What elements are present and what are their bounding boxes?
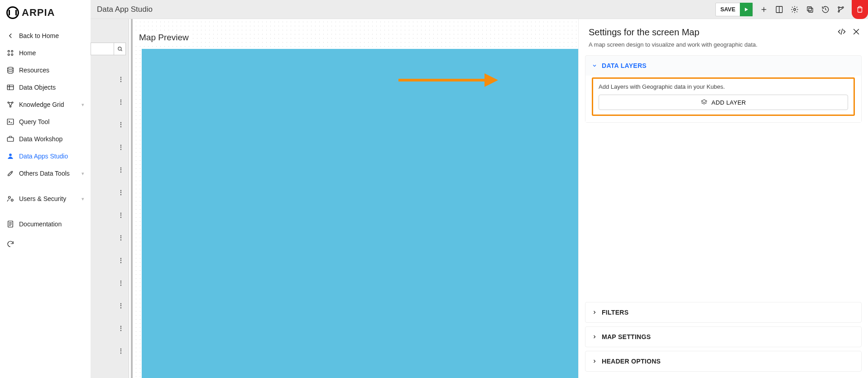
sidebar-item-data-objects[interactable]: Data Objects xyxy=(0,79,91,96)
svg-point-30 xyxy=(838,11,839,12)
sidebar-item-label: Users & Security xyxy=(19,195,66,202)
search-input[interactable] xyxy=(91,46,114,52)
section-title: FILTERS xyxy=(602,309,628,316)
delete-button[interactable] xyxy=(852,0,868,19)
svg-point-16 xyxy=(11,199,14,201)
branch-button[interactable] xyxy=(834,2,848,17)
row-menu-button[interactable]: ⋮ xyxy=(115,73,127,85)
section-header-filters[interactable]: FILTERS xyxy=(585,302,861,322)
row-menu-button[interactable]: ⋮ xyxy=(115,209,127,221)
section-map-settings: MAP SETTINGS xyxy=(585,326,862,347)
back-label: Back to Home xyxy=(19,32,59,39)
chevron-right-icon xyxy=(592,359,597,364)
row-menu-button[interactable]: ⋮ xyxy=(115,232,127,244)
add-layer-button[interactable]: ADD LAYER xyxy=(599,95,848,110)
svg-point-0 xyxy=(8,50,10,52)
row-menu-button[interactable]: ⋮ xyxy=(115,254,127,266)
row-menu-button[interactable]: ⋮ xyxy=(115,322,127,334)
code-view-button[interactable] xyxy=(836,26,847,37)
sidebar-item-label: Query Tool xyxy=(19,118,49,125)
row-menu-button[interactable]: ⋮ xyxy=(115,300,127,311)
svg-point-29 xyxy=(838,7,839,8)
chevron-down-icon: ▾ xyxy=(82,102,84,108)
document-icon xyxy=(6,220,14,228)
sidebar-item-label: Documentation xyxy=(19,220,62,228)
section-title: MAP SETTINGS xyxy=(602,333,651,340)
row-menu-button[interactable]: ⋮ xyxy=(115,345,127,357)
section-header-data-layers[interactable]: DATA LAYERS xyxy=(585,56,861,76)
sidebar-item-data-workshop[interactable]: Data Workshop xyxy=(0,130,91,148)
svg-point-2 xyxy=(8,54,10,56)
design-canvas[interactable]: Map Preview xyxy=(129,19,578,378)
logo-mark-icon xyxy=(6,6,19,19)
row-menu-button[interactable]: ⋮ xyxy=(115,141,127,153)
chevron-right-icon xyxy=(592,310,597,315)
sidebar-item-label: Others Data Tools xyxy=(19,170,70,177)
sidebar-item-label: Data Apps Studio xyxy=(19,153,68,160)
settings-spacer xyxy=(579,123,868,298)
grid-icon xyxy=(6,49,14,57)
back-to-home[interactable]: Back to Home xyxy=(0,27,91,44)
row-menu-button[interactable]: ⋮ xyxy=(115,164,127,176)
svg-point-33 xyxy=(118,47,121,50)
gear-icon xyxy=(791,5,799,14)
sidebar-item-documentation[interactable]: Documentation xyxy=(0,215,91,233)
sidebar-item-resources[interactable]: Resources xyxy=(0,62,91,79)
row-menu-button[interactable]: ⋮ xyxy=(115,119,127,130)
layers-icon xyxy=(700,99,708,106)
sidebar-item-knowledge-grid[interactable]: Knowledge Grid ▾ xyxy=(0,96,91,113)
sidebar: ARPIA Back to Home Home Resources Data O… xyxy=(0,0,91,378)
sidebar-spacer xyxy=(0,207,91,215)
add-button[interactable] xyxy=(757,2,771,17)
refresh-button[interactable] xyxy=(0,233,91,255)
sidebar-item-query-tool[interactable]: Query Tool xyxy=(0,113,91,130)
history-icon xyxy=(821,5,830,14)
section-filters: FILTERS xyxy=(585,302,862,323)
chevron-down-icon: ▾ xyxy=(82,196,84,202)
svg-rect-32 xyxy=(858,8,862,12)
sidebar-item-label: Knowledge Grid xyxy=(19,101,64,108)
section-header-map-settings[interactable]: MAP SETTINGS xyxy=(585,327,861,347)
data-layers-hint: Add Layers with Geographic data in your … xyxy=(599,83,848,90)
settings-header-tools xyxy=(836,26,862,37)
map-preview-area[interactable] xyxy=(142,49,578,378)
sidebar-item-users-security[interactable]: Users & Security ▾ xyxy=(0,190,91,207)
sidebar-item-home[interactable]: Home xyxy=(0,44,91,62)
section-body-data-layers: Add Layers with Geographic data in your … xyxy=(585,76,861,122)
svg-point-10 xyxy=(10,106,11,107)
row-menu-button[interactable]: ⋮ xyxy=(115,277,127,289)
layout-button[interactable] xyxy=(772,2,786,17)
svg-point-4 xyxy=(8,67,13,69)
section-title: DATA LAYERS xyxy=(602,62,647,69)
close-settings-button[interactable] xyxy=(851,26,862,37)
layout-icon xyxy=(775,5,783,14)
svg-rect-27 xyxy=(809,8,813,12)
sidebar-item-label: Data Objects xyxy=(19,84,56,91)
settings-title: Settings for the screen Map xyxy=(589,27,858,38)
row-menu-button[interactable]: ⋮ xyxy=(115,187,127,198)
settings-header: Settings for the screen Map A map screen… xyxy=(579,19,868,53)
chevron-down-icon xyxy=(592,63,597,68)
history-button[interactable] xyxy=(818,2,833,17)
row-menu-button[interactable]: ⋮ xyxy=(115,96,127,108)
sidebar-item-data-apps-studio[interactable]: Data Apps Studio xyxy=(0,148,91,165)
copy-button[interactable] xyxy=(803,2,817,17)
svg-line-34 xyxy=(121,50,122,51)
map-preview-title: Map Preview xyxy=(135,31,192,44)
sidebar-item-label: Data Workshop xyxy=(19,135,62,143)
workspace: ⋮ ⋮ ⋮ ⋮ ⋮ ⋮ ⋮ ⋮ ⋮ ⋮ ⋮ ⋮ ⋮ Map Preview Se… xyxy=(91,19,868,378)
sidebar-spacer xyxy=(0,182,91,190)
search-button[interactable] xyxy=(114,43,125,55)
section-header-header-options[interactable]: HEADER OPTIONS xyxy=(585,351,861,371)
svg-point-26 xyxy=(794,9,796,11)
section-data-layers: DATA LAYERS Add Layers with Geographic d… xyxy=(585,55,862,123)
sidebar-item-label: Home xyxy=(19,49,36,57)
chevron-right-icon xyxy=(592,334,597,340)
toolbox-icon xyxy=(6,135,14,143)
save-run-button[interactable]: SAVE xyxy=(715,3,753,16)
nodes-icon xyxy=(6,100,14,109)
sidebar-item-others-data-tools[interactable]: Others Data Tools ▾ xyxy=(0,165,91,182)
svg-rect-11 xyxy=(7,119,14,124)
section-header-options: HEADER OPTIONS xyxy=(585,351,862,372)
settings-gear-button[interactable] xyxy=(787,2,802,17)
